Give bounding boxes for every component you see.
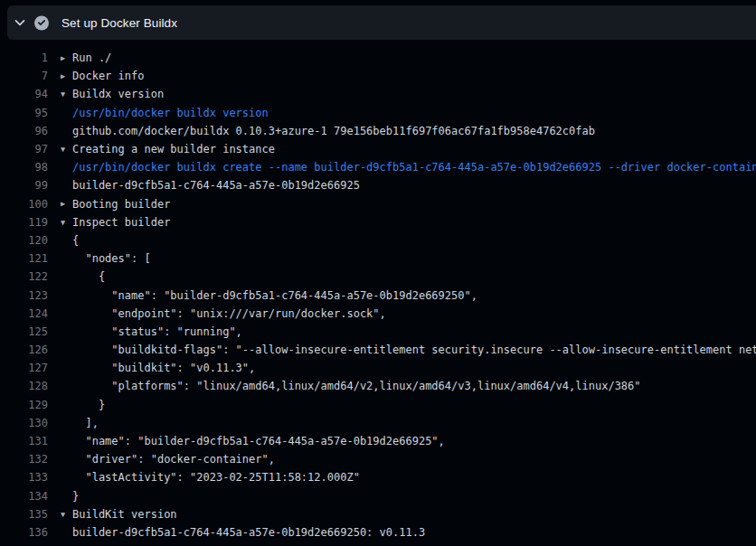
log-text: "lastActivity": "2023-02-25T11:58:12.000… [72,471,360,484]
group-title[interactable]: Inspect builder [72,216,170,229]
log-line: 128 "platforms": "linux/amd64,linux/amd6… [0,377,756,395]
group-expanded-icon[interactable]: ▼ [61,146,72,154]
log-line: 127 "buildkit": "v0.11.3", [0,359,756,377]
log-line: 131 "name": "builder-d9cfb5a1-c764-445a-… [0,432,756,450]
log-line: 124 "endpoint": "unix:///var/run/docker.… [0,305,756,323]
line-number[interactable]: 96 [12,125,48,137]
log-line: 98/usr/bin/docker buildx create --name b… [0,158,756,176]
log-text: } [72,399,105,411]
check-circle-icon [34,15,49,30]
log-line: 1▶Run ./ [0,49,756,67]
log-text: "nodes": [ [72,252,151,265]
log-line: 123 "name": "builder-d9cfb5a1-c764-445a-… [0,286,756,304]
log-line: 121 "nodes": [ [0,249,756,268]
group-title[interactable]: BuildKit version [72,508,177,521]
log-line: 129 } [0,396,756,414]
line-number[interactable]: 129 [12,399,48,411]
group-expanded-icon[interactable]: ▼ [61,90,72,99]
line-number[interactable]: 136 [12,526,48,539]
group-collapsed-icon[interactable]: ▶ [61,72,72,80]
log-line: 136builder-d9cfb5a1-c764-445a-a57e-0b19d… [0,523,756,541]
log-line: 120{ [0,231,756,249]
log-line: 134} [0,487,756,505]
line-number[interactable]: 134 [12,490,48,503]
group-title[interactable]: Booting builder [72,198,170,211]
line-number[interactable]: 135 [12,508,48,521]
line-number[interactable]: 131 [12,435,48,447]
log-line: 95/usr/bin/docker buildx version [0,104,756,122]
log-text: ], [72,417,99,429]
log-text: "platforms": "linux/amd64,linux/amd64/v2… [72,380,641,392]
line-number[interactable]: 122 [12,270,48,283]
line-number[interactable]: 130 [12,417,48,429]
line-number[interactable]: 1 [12,52,48,64]
line-number[interactable]: 97 [12,143,48,155]
log-text: { [72,270,105,283]
log-command-text: /usr/bin/docker buildx create --name bui… [72,161,756,174]
line-number[interactable]: 128 [12,380,48,392]
log-text: "status": "running", [72,325,242,338]
step-header[interactable]: Set up Docker Buildx [7,5,756,40]
log-text: "driver": "docker-container", [72,453,275,466]
log-text: github.com/docker/buildx 0.10.3+azure-1 … [72,125,595,137]
group-expanded-icon[interactable]: ▼ [61,219,72,227]
line-number[interactable]: 95 [12,107,48,119]
log-line: 94▼Buildx version [0,85,756,103]
group-expanded-icon[interactable]: ▼ [61,511,72,519]
line-number[interactable]: 7 [12,70,48,82]
log-line: 135▼BuildKit version [0,505,756,523]
log-text: { [72,234,79,247]
group-collapsed-icon[interactable]: ▶ [61,54,72,62]
line-number[interactable]: 132 [12,453,48,466]
log-text: "endpoint": "unix:///var/run/docker.sock… [72,307,386,320]
line-number[interactable]: 127 [12,362,48,374]
log-line: 130 ], [0,414,756,432]
log-line: 7▶Docker info [0,67,756,85]
group-title[interactable]: Docker info [72,70,144,82]
log-text: "name": "builder-d9cfb5a1-c764-445a-a57e… [72,289,477,302]
line-number[interactable]: 121 [12,252,48,265]
chevron-down-icon[interactable] [13,15,27,30]
group-collapsed-icon[interactable]: ▶ [61,200,72,208]
line-number[interactable]: 94 [12,88,48,100]
line-number[interactable]: 125 [12,325,48,338]
log-lines: 1▶Run ./7▶Docker info94▼Buildx version95… [0,45,756,546]
log-text: builder-d9cfb5a1-c764-445a-a57e-0b19d2e6… [72,179,360,192]
log-command-text: /usr/bin/docker buildx version [72,107,269,119]
line-number[interactable]: 99 [12,179,48,192]
log-line: 133 "lastActivity": "2023-02-25T11:58:12… [0,468,756,486]
log-line: 125 "status": "running", [0,323,756,341]
log-line: 119▼Inspect builder [0,213,756,231]
log-line: 122 { [0,268,756,286]
line-number[interactable]: 120 [12,234,48,247]
log-text: } [72,490,79,503]
log-text: "name": "builder-d9cfb5a1-c764-445a-a57e… [72,435,445,447]
group-title[interactable]: Buildx version [72,88,164,100]
log-text: "buildkit": "v0.11.3", [72,362,255,374]
actions-log-viewer: Set up Docker Buildx 1▶Run ./7▶Docker in… [0,0,756,546]
log-line: 96github.com/docker/buildx 0.10.3+azure-… [0,122,756,140]
line-number[interactable]: 98 [12,161,48,174]
line-number[interactable]: 123 [12,289,48,302]
line-number[interactable]: 126 [12,344,48,356]
log-line: 100▶Booting builder [0,195,756,213]
line-number[interactable]: 100 [12,198,48,211]
log-line: 97▼Creating a new builder instance [0,140,756,158]
line-number[interactable]: 124 [12,307,48,320]
log-text: "buildkitd-flags": "--allow-insecure-ent… [72,344,756,356]
group-title[interactable]: Run ./ [72,52,111,64]
log-line: 132 "driver": "docker-container", [0,450,756,468]
log-text: builder-d9cfb5a1-c764-445a-a57e-0b19d2e6… [72,526,425,539]
line-number[interactable]: 119 [12,216,48,229]
group-title[interactable]: Creating a new builder instance [72,143,275,155]
line-number[interactable]: 133 [12,471,48,484]
log-line: 126 "buildkitd-flags": "--allow-insecure… [0,341,756,359]
step-title: Set up Docker Buildx [61,16,177,30]
log-line: 99builder-d9cfb5a1-c764-445a-a57e-0b19d2… [0,176,756,194]
